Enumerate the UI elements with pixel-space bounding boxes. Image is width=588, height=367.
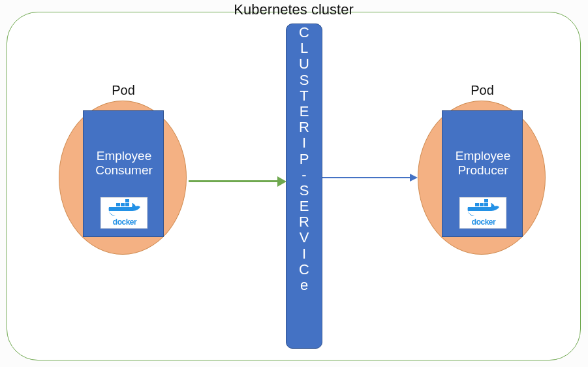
- svg-rect-13: [480, 203, 484, 206]
- docker-whale-icon: [463, 199, 504, 219]
- cluster-title: Kubernetes cluster: [0, 1, 587, 18]
- service-letter: R: [286, 120, 322, 135]
- docker-word-left: docker: [101, 217, 148, 227]
- svg-rect-6: [125, 203, 129, 206]
- service-letter: P: [286, 152, 322, 167]
- service-letter: e: [286, 278, 322, 293]
- svg-rect-5: [121, 203, 125, 206]
- arrow-service-to-producer: [322, 177, 410, 178]
- svg-rect-14: [484, 203, 488, 206]
- pod-label-right: Pod: [418, 83, 546, 98]
- docker-word-right: docker: [460, 217, 507, 227]
- service-letter: I: [286, 246, 322, 262]
- service-letter: C: [286, 262, 322, 278]
- service-letter: -: [286, 167, 322, 183]
- svg-rect-15: [484, 199, 488, 202]
- container-producer-text: Employee Producer: [442, 149, 523, 178]
- arrow-head-service-to-producer: [410, 174, 418, 182]
- container-consumer-line2: Consumer: [95, 163, 153, 177]
- service-letter: E: [286, 199, 322, 214]
- docker-badge-right: docker: [459, 197, 506, 229]
- svg-rect-4: [116, 203, 120, 206]
- service-letter: E: [286, 104, 322, 120]
- service-letter: I: [286, 135, 322, 151]
- arrow-consumer-to-service: [189, 180, 277, 182]
- service-letter: S: [286, 72, 322, 88]
- container-consumer: Employee Consumer docker: [83, 110, 164, 237]
- service-letter: R: [286, 214, 322, 230]
- svg-rect-12: [475, 203, 479, 206]
- service-letter: T: [286, 88, 322, 104]
- container-producer-line2: Producer: [457, 163, 508, 177]
- service-letter: S: [286, 183, 322, 199]
- arrow-head-consumer-to-service: [277, 176, 286, 187]
- pod-consumer: Pod Employee Consumer docker: [59, 101, 187, 255]
- docker-badge-left: docker: [101, 197, 147, 229]
- svg-rect-7: [125, 199, 129, 202]
- container-consumer-line1: Employee: [97, 149, 152, 163]
- service-letter: V: [286, 230, 322, 246]
- service-letter: C: [286, 25, 322, 40]
- container-consumer-text: Employee Consumer: [84, 149, 164, 178]
- clusterip-service-box: CLUSTERIP-SERVICe: [286, 24, 322, 349]
- pod-label-left: Pod: [59, 83, 187, 98]
- container-producer-line1: Employee: [456, 149, 511, 163]
- container-producer: Employee Producer docker: [442, 110, 523, 237]
- pod-producer: Pod Employee Producer docker: [418, 101, 546, 255]
- service-letter: U: [286, 56, 322, 72]
- service-letter: L: [286, 40, 322, 56]
- docker-whale-icon: [104, 199, 146, 219]
